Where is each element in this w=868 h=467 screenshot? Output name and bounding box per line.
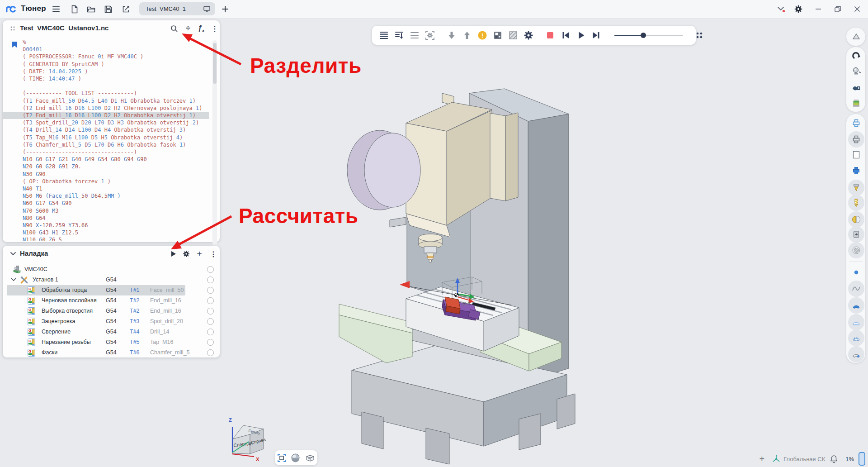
functions-icon[interactable]: ƒx [196,24,206,33]
part-halves-icon[interactable] [848,211,864,228]
close-icon[interactable] [852,4,863,14]
operation-radio[interactable] [207,349,214,356]
nc-code-line[interactable]: ( GENERATED BY SprutCAM ) [3,61,209,68]
nc-code-line[interactable]: (----------- TOOL LIST -----------) [3,90,209,97]
play-icon[interactable] [576,30,586,41]
nc-code-line[interactable]: N60 G17 G54 G90 [3,200,209,207]
split-icon[interactable]: ÷ [183,24,193,33]
nc-code-line[interactable]: (---------------------------------) [3,148,209,156]
operation-radio[interactable] [207,287,214,294]
drag-handle-icon[interactable] [10,26,15,31]
step-up-icon[interactable] [462,30,472,41]
nc-code-line[interactable] [3,82,209,90]
fixture-outline-icon[interactable] [848,115,864,131]
surface-outline-icon[interactable] [848,314,864,330]
sheet-icon[interactable] [848,226,864,243]
collapse-chevron-icon[interactable] [10,252,16,256]
globe-view-icon[interactable] [291,453,300,462]
surface-point-icon[interactable] [848,346,864,362]
operation-row[interactable]: GЗацентровкаG54T#3Spot_drill_20 [3,316,215,327]
probe-icon[interactable] [848,63,864,79]
skip-end-icon[interactable] [591,30,602,41]
skip-start-icon[interactable] [560,30,571,41]
workpiece-icon[interactable] [848,29,864,45]
fixture-gray-icon[interactable] [848,131,864,148]
warnings-icon[interactable]: ! [477,30,488,41]
coordinate-system-icon[interactable] [772,454,781,463]
nc-blocks-icon[interactable] [378,30,389,41]
restore-icon[interactable] [832,4,843,14]
machine-panel-icon[interactable] [492,30,503,41]
add-icon[interactable]: + [194,249,204,259]
nc-code-line[interactable]: N80 G64 [3,214,209,222]
surface-grid-icon[interactable] [848,330,864,346]
operation-radio[interactable] [207,339,214,346]
goto-block-icon[interactable] [394,30,405,41]
surface-solid-icon[interactable] [848,297,864,314]
nc-code-line[interactable]: (T5 Tap_M16 M16 L100 D5 H5 Obrabotka otv… [3,134,209,141]
operation-row[interactable]: GНарезание резьбыG54T#5Tap_M16 [3,337,215,348]
nc-code-line[interactable]: ( OP: Obrabotka torczev 1 ) [3,178,209,185]
nc-code-line[interactable]: (T2 End_mill_16 D16 L100 D2 H2 CHernovay… [3,105,209,112]
nc-code-line[interactable]: ( POSTPROCESSOR: Fanuc 0i MF VMC40C ) [3,53,209,60]
new-file-icon[interactable] [69,4,80,14]
open-folder-icon[interactable] [85,4,96,14]
simulation-speed-slider[interactable] [614,30,683,41]
add-cs-icon[interactable]: + [759,454,764,464]
nc-code-line[interactable]: N70 S600 M3 [3,207,209,214]
expand-chevron-icon[interactable] [11,278,16,281]
nc-code-line[interactable]: N40 T1 [3,185,209,192]
settings-gear-icon[interactable] [793,4,804,14]
nc-code-line[interactable]: (T6 Chamfer_mill_5 D5 L70 D6 H6 Obrabotk… [3,141,209,148]
layout-dots-icon[interactable] [694,30,705,41]
more-icon[interactable]: ⋮ [210,24,220,33]
gear-icon[interactable] [181,249,191,259]
minimize-icon[interactable] [813,4,824,14]
operation-row[interactable]: GЧерновая послойнаяG54T#2End_mill_16 [3,295,215,306]
tree-row-machine[interactable]: VMC40C [3,264,215,275]
document-tab[interactable]: Test_VMC40_1 [139,2,215,15]
nc-code-line[interactable]: N90 X-120.259 Y73.66 [3,222,209,229]
plane-icon[interactable] [848,147,864,163]
nc-code-line[interactable]: (T1 Face_mill_50 D64.5 L40 D1 H1 Obrabot… [3,97,209,105]
tool-drill-icon[interactable] [848,195,864,211]
tool-holder-icon[interactable] [848,180,864,196]
nc-code-line[interactable]: (T2 End_mill_16 D16 L100 D2 H2 Obrabotka… [3,112,209,119]
operation-row[interactable]: GСверлениеG54T#4Drill_14 [3,327,215,337]
bell-icon[interactable] [830,454,838,463]
hatch-icon[interactable] [848,242,864,258]
setup-radio[interactable] [207,276,214,283]
nc-code-line[interactable]: ( DATE: 14.04.2025 ) [3,68,209,75]
search-icon[interactable] [169,24,179,33]
fit-view-icon[interactable] [277,453,286,462]
edit-icon[interactable] [120,4,131,14]
nc-code[interactable]: %O00401( POSTPROCESSOR: Fanuc 0i MF VMC4… [3,38,209,241]
machine-radio[interactable] [207,266,214,273]
all-blocks-icon[interactable] [409,30,420,41]
operation-radio[interactable] [207,297,214,304]
nc-code-line[interactable]: N20 G0 G28 G91 Z0. [3,163,209,170]
operation-row[interactable]: GВыборка отверстияG54T#2End_mill_16 [3,306,215,316]
run-icon[interactable] [168,249,178,259]
cs-name[interactable]: Глобальная СК [783,456,825,462]
nc-code-line[interactable]: N30 G90 [3,171,209,178]
step-down-icon[interactable] [446,30,457,41]
point-icon[interactable] [848,264,864,281]
machining-part-icon[interactable] [848,80,864,96]
nc-code-line[interactable]: ( TIME: 14:40:47 ) [3,75,209,82]
nc-code-line[interactable]: N10 G0 G17 G21 G40 G49 G54 G80 G94 G90 [3,156,209,163]
tree-row-setup[interactable]: Установ 1 G54 [3,275,215,285]
iso-view-icon[interactable] [305,453,315,462]
toolpath-hide-icon[interactable] [508,30,519,41]
nc-code-line[interactable]: % [3,38,209,46]
nc-code-line[interactable]: O00401 [3,46,209,53]
operation-row[interactable]: GОбработка торцаG54T#1Face_mill_50 [3,285,215,295]
operation-radio[interactable] [207,308,214,315]
nc-code-line[interactable]: (T3 Spot_drill_20 D20 L70 D3 H3 Obrabotk… [3,119,209,126]
operation-row[interactable]: GФаскиG54T#6Chamfer_mill_5 [3,348,215,358]
save-icon[interactable] [103,4,113,14]
operation-radio[interactable] [207,318,214,325]
stock-icon[interactable] [848,95,864,111]
nc-code-line[interactable]: N50 M6 (Face_mill_50 D64.5MM ) [3,192,209,200]
add-tab-icon[interactable] [220,4,231,14]
